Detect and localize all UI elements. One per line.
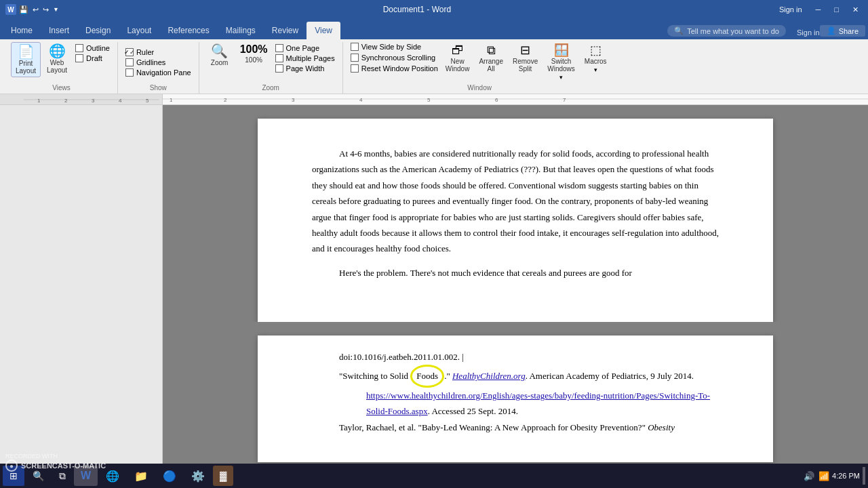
taskbar: ⊞ 🔍 ⧉ W 🌐 📁 🔵 ⚙️ ▓ 🔊 📶 4:26 PM xyxy=(0,464,868,488)
circle-annotation: Foods xyxy=(410,365,444,387)
ribbon-search[interactable]: 🔍 Tell me what you want to do xyxy=(667,25,786,37)
tab-insert[interactable]: Insert xyxy=(41,22,77,39)
screencast-text-1: RECORDED WITH xyxy=(5,453,58,460)
svg-text:1: 1 xyxy=(37,98,41,104)
main-area: At 4-6 months, babies are considered nut… xyxy=(0,105,868,475)
print-layout-button[interactable]: 📄 PrintLayout xyxy=(11,42,41,77)
sign-in-button[interactable]: Sign in xyxy=(775,4,806,15)
tab-references[interactable]: References xyxy=(159,22,217,39)
view-checks: Outline Draft xyxy=(73,42,112,63)
taskbar-time[interactable]: 4:26 PM xyxy=(832,472,860,480)
zoom-icon: 🔍 xyxy=(211,44,228,58)
one-page-check[interactable]: One Page xyxy=(273,43,337,53)
view-side-by-side-check[interactable]: View Side by Side xyxy=(349,42,440,52)
outline-checkbox[interactable] xyxy=(75,44,83,52)
ribbon-group-show: ✓ Ruler Gridlines Navigation Pane Show xyxy=(118,42,199,94)
view-side-by-side-checkbox[interactable] xyxy=(351,43,359,51)
ribbon: 📄 PrintLayout 🌐 WebLayout Outline Draft … xyxy=(0,39,868,94)
redo-icon[interactable]: ↪ xyxy=(43,5,49,14)
sync-scrolling-checkbox[interactable] xyxy=(351,54,359,62)
tab-review[interactable]: Review xyxy=(264,22,307,39)
title-bar: W 💾 ↩ ↪ ▼ Document1 - Word Sign in ─ □ ✕ xyxy=(0,0,868,19)
zoom-button[interactable]: 🔍 Zoom xyxy=(205,42,235,68)
svg-text:2: 2 xyxy=(224,97,227,103)
zoom-content: 🔍 Zoom 100% 100% One Page Multiple Pages xyxy=(205,42,337,83)
tab-design[interactable]: Design xyxy=(77,22,119,39)
ribbon-group-views: 📄 PrintLayout 🌐 WebLayout Outline Draft … xyxy=(5,42,118,94)
draft-checkbox[interactable] xyxy=(75,54,83,62)
new-window-button[interactable]: 🗗 NewWindow xyxy=(441,42,474,75)
web-layout-button[interactable]: 🌐 WebLayout xyxy=(42,42,72,76)
save-icon[interactable]: 💾 xyxy=(19,5,28,14)
app1-taskbar-btn[interactable]: ▓ xyxy=(213,466,233,486)
reset-window-check[interactable]: Reset Window Position xyxy=(349,64,440,73)
macros-button[interactable]: ⬚ Macros ▾ xyxy=(580,42,611,75)
app1-icon: ▓ xyxy=(220,470,226,481)
ie-icon: 🌐 xyxy=(106,470,119,483)
page-width-check[interactable]: Page Width xyxy=(273,64,337,73)
ribbon-group-zoom: 🔍 Zoom 100% 100% One Page Multiple Pages xyxy=(199,42,343,94)
document-area[interactable]: At 4-6 months, babies are considered nut… xyxy=(163,105,868,475)
reset-window-checkbox[interactable] xyxy=(351,64,359,73)
paragraph-1: At 4-6 months, babies are considered nut… xyxy=(312,146,719,257)
document-page-2: doi:10.1016/j.eatbeh.2011.01.002. | "Swi… xyxy=(258,336,773,462)
document-title: Document1 - Word xyxy=(59,5,775,14)
svg-text:5: 5 xyxy=(427,97,431,103)
outline-check[interactable]: Outline xyxy=(73,43,112,53)
customize-icon[interactable]: ▼ xyxy=(53,6,59,13)
svg-text:2: 2 xyxy=(64,98,68,104)
switch-windows-button[interactable]: 🪟 SwitchWindows ▾ xyxy=(543,42,579,83)
nav-pane-check[interactable]: Navigation Pane xyxy=(123,68,193,77)
remove-split-icon: ⊟ xyxy=(520,44,530,56)
volume-icon[interactable]: 🔊 xyxy=(804,471,814,481)
zoom-100-button[interactable]: 100% 100% xyxy=(236,42,272,66)
multiple-pages-check[interactable]: Multiple Pages xyxy=(273,54,337,63)
draft-check[interactable]: Draft xyxy=(73,54,112,63)
sign-in-link[interactable]: Sign in xyxy=(797,28,820,37)
clock-time: 4:26 PM xyxy=(832,472,860,480)
url-link[interactable]: https://www.healthychildren.org/English/… xyxy=(366,390,710,416)
share-icon: 👤 xyxy=(827,26,836,35)
tab-layout[interactable]: Layout xyxy=(119,22,159,39)
undo-icon[interactable]: ↩ xyxy=(33,5,39,14)
svg-text:6: 6 xyxy=(495,97,498,103)
task-view-icon: ⧉ xyxy=(59,470,66,482)
ruler-checkbox[interactable]: ✓ xyxy=(125,48,134,56)
share-button[interactable]: 👤 Share xyxy=(820,25,865,37)
restore-button[interactable]: □ xyxy=(830,4,843,15)
multiple-pages-checkbox[interactable] xyxy=(275,54,283,62)
journal-name: Obesity xyxy=(648,422,675,432)
one-page-checkbox[interactable] xyxy=(275,44,283,52)
sync-scrolling-check[interactable]: Synchronous Scrolling xyxy=(349,53,440,62)
tab-view[interactable]: View xyxy=(307,22,340,39)
minimize-button[interactable]: ─ xyxy=(812,4,825,15)
remove-split-button[interactable]: ⊟ RemoveSplit xyxy=(509,42,542,75)
page-width-checkbox[interactable] xyxy=(275,64,283,73)
document-page-1: At 4-6 months, babies are considered nut… xyxy=(258,119,773,322)
tab-mailings[interactable]: Mailings xyxy=(218,22,264,39)
zoom-label: Zoom xyxy=(205,83,337,94)
chrome-taskbar-btn[interactable]: 🔵 xyxy=(156,466,183,486)
window-content: View Side by Side Synchronous Scrolling … xyxy=(349,42,611,83)
close-button[interactable]: ✕ xyxy=(848,4,863,16)
svg-text:1: 1 xyxy=(170,97,173,103)
ruler-marks-right: 1 2 3 4 5 6 7 xyxy=(163,94,868,104)
nav-pane-checkbox[interactable] xyxy=(125,68,134,77)
ribbon-group-window: View Side by Side Synchronous Scrolling … xyxy=(343,42,616,94)
arrange-all-button[interactable]: ⧉ ArrangeAll xyxy=(475,42,507,75)
folder-taskbar-btn[interactable]: 📁 xyxy=(127,466,155,486)
system-icons: 🔊 📶 xyxy=(804,471,829,481)
gridlines-check[interactable]: Gridlines xyxy=(123,58,193,67)
settings-taskbar-btn[interactable]: ⚙️ xyxy=(184,466,212,486)
window-checks-col: View Side by Side Synchronous Scrolling … xyxy=(349,42,440,73)
tab-home[interactable]: Home xyxy=(3,22,41,39)
arrange-all-icon: ⧉ xyxy=(487,44,496,56)
gridlines-checkbox[interactable] xyxy=(125,58,134,66)
network-icon[interactable]: 📶 xyxy=(818,471,829,481)
quick-access-toolbar: 💾 ↩ ↪ ▼ xyxy=(19,5,59,14)
ruler-check[interactable]: ✓ Ruler xyxy=(123,47,193,57)
show-content: ✓ Ruler Gridlines Navigation Pane xyxy=(123,42,193,83)
title-bar-left: W 💾 ↩ ↪ ▼ xyxy=(5,4,59,15)
show-desktop-btn[interactable] xyxy=(863,467,865,485)
source-link: HealthyChildren.org xyxy=(452,371,526,381)
